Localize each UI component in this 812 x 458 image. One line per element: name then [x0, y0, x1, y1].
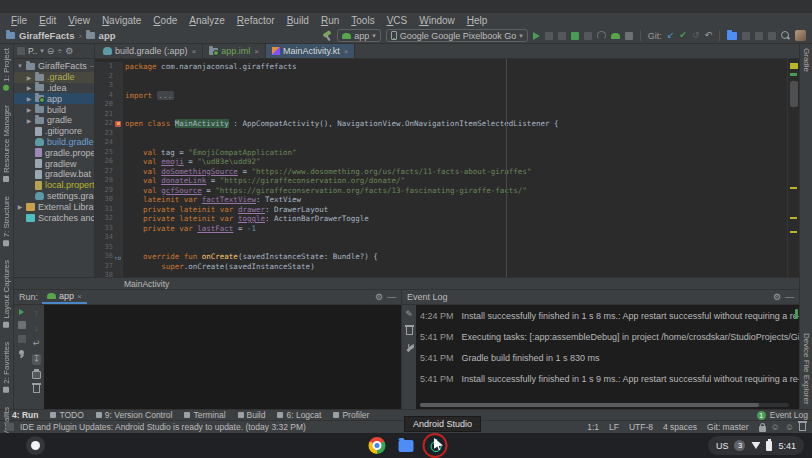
menu-item-help[interactable]: Help	[462, 15, 493, 26]
run-button[interactable]	[533, 32, 540, 40]
avd-manager-icon[interactable]	[755, 32, 763, 40]
tree-item-app[interactable]: ▶app	[14, 93, 94, 104]
feedback-smiley-icon[interactable]: ☺	[771, 423, 780, 432]
log-settings-icon[interactable]	[405, 343, 414, 352]
close-icon[interactable]: ×	[192, 47, 197, 56]
notification-count-badge[interactable]: 3	[734, 440, 745, 451]
tab-MainActivity-kt[interactable]: MainActivity.kt×	[266, 44, 356, 58]
tree-arrow-icon[interactable]: ▶	[26, 84, 32, 91]
event-log-entries[interactable]: 4:24 PMInstall successfully finished in …	[416, 305, 799, 409]
tree-item-local-propertie[interactable]: local.propertie	[14, 180, 94, 191]
git-rollback-icon[interactable]: ↶	[704, 31, 712, 40]
tree-item-gradle-propert[interactable]: gradle.propert	[14, 147, 94, 158]
run-tab-app[interactable]: app ×	[42, 290, 87, 304]
tree-item-settings-gradl[interactable]: settings.gradl	[14, 191, 94, 202]
print-icon[interactable]	[32, 371, 41, 379]
menu-item-vcs[interactable]: VCS	[382, 15, 413, 26]
system-tray[interactable]: US 3 5:41	[708, 436, 804, 455]
tab-build-gradle-app-[interactable]: build.gradle (:app)×	[97, 44, 203, 58]
menu-item-run[interactable]: Run	[316, 15, 344, 26]
chrome-icon[interactable]	[369, 437, 386, 454]
minimize-icon[interactable]: —	[387, 293, 396, 302]
menu-item-build[interactable]: Build	[282, 15, 314, 26]
menu-item-file[interactable]: File	[6, 15, 32, 26]
device-manager-button[interactable]	[611, 33, 620, 39]
menu-item-code[interactable]: Code	[148, 15, 182, 26]
tree-item-gradlew[interactable]: gradlew	[14, 158, 94, 169]
menu-item-navigate[interactable]: Navigate	[97, 15, 146, 26]
run-config-icon[interactable]	[18, 335, 26, 343]
caret-position[interactable]: 1:1	[587, 422, 599, 432]
menu-item-refactor[interactable]: Refactor	[232, 15, 280, 26]
indent-setting[interactable]: 4 spaces	[663, 422, 697, 432]
tree-arrow-icon[interactable]: ▼	[17, 63, 23, 69]
class-gutter-icon[interactable]	[115, 121, 121, 127]
notification-icon[interactable]	[6, 423, 14, 431]
layout-inspector-icon[interactable]	[742, 32, 750, 40]
pin-icon[interactable]	[17, 349, 26, 358]
avatar[interactable]	[795, 30, 806, 41]
menu-item-view[interactable]: View	[63, 15, 95, 26]
tree-item-External-Libraries[interactable]: ▶External Libraries	[14, 201, 94, 212]
breadcrumb-class-name[interactable]: MainActivity	[124, 279, 169, 289]
tree-item-gradle[interactable]: ▶gradle	[14, 115, 94, 126]
soft-wrap-icon[interactable]: ↵	[33, 339, 41, 348]
gear-icon[interactable]: ⚙	[65, 47, 73, 56]
dnd-icon[interactable]	[799, 423, 806, 431]
close-icon[interactable]: ×	[77, 292, 82, 301]
toolwindow-button-6-logcat[interactable]: 6: Logcat	[277, 410, 321, 420]
toolwindow-resource-manager[interactable]: Resource Manager	[2, 105, 11, 182]
collapse-all-icon[interactable]: ⊖	[47, 47, 55, 56]
stop-button[interactable]	[625, 32, 633, 40]
editor-scrollbar[interactable]	[787, 59, 799, 277]
toolwindow-button-9-version-control[interactable]: 9: Version Control	[96, 410, 173, 420]
tree-arrow-icon[interactable]: ▶	[26, 106, 32, 113]
status-message[interactable]: IDE and Plugin Updates: Android Studio i…	[20, 422, 306, 432]
event-log-button[interactable]: 1Event Log	[757, 410, 808, 420]
keyboard-layout-badge[interactable]: US	[716, 441, 729, 451]
breadcrumb-module[interactable]: app	[99, 30, 116, 41]
clear-log-icon[interactable]	[406, 327, 413, 335]
menu-item-edit[interactable]: Edit	[34, 15, 61, 26]
run-console[interactable]	[44, 305, 401, 409]
toolwindow-7-structure[interactable]: 7: Structure	[2, 196, 11, 246]
toolwindow-2-favorites[interactable]: 2: Favorites	[2, 342, 11, 393]
tree-item-GiraffeFacts[interactable]: ▼GiraffeFacts ~/S	[14, 61, 94, 72]
project-view-dropdown[interactable]: P..	[28, 46, 37, 56]
close-icon[interactable]: ×	[254, 47, 259, 56]
git-commit-icon[interactable]: ✔	[679, 31, 687, 40]
tree-arrow-icon[interactable]: ▶	[17, 203, 23, 210]
line-separator[interactable]: LF	[609, 422, 619, 432]
file-encoding[interactable]: UTF-8	[629, 422, 653, 432]
scrollbar-thumb[interactable]	[790, 81, 798, 107]
toolwindow-button-profiler[interactable]: Profiler	[333, 410, 369, 420]
project-structure-icon[interactable]	[727, 32, 737, 40]
code-area[interactable]: 1package com.naranjaconsal.giraffefacts2…	[95, 59, 799, 277]
tree-arrow-icon[interactable]: ▶	[26, 74, 32, 81]
tree-item--gradle[interactable]: ▶.gradle	[14, 72, 94, 83]
git-update-icon[interactable]: ↙	[667, 31, 675, 40]
debug-button[interactable]	[558, 32, 566, 40]
mark-read-icon[interactable]: ✎	[405, 310, 413, 319]
toolwindow-1-project[interactable]: 1: Project	[2, 48, 11, 91]
tree-item-build-gradle[interactable]: build.gradle	[14, 137, 94, 148]
tree-item--idea[interactable]: ▶.idea	[14, 83, 94, 94]
git-branch[interactable]: Git: master	[707, 422, 749, 432]
breadcrumb-project[interactable]: GiraffeFacts	[19, 30, 74, 41]
lock-icon[interactable]	[759, 426, 766, 432]
build-hammer-icon[interactable]	[322, 31, 332, 41]
gear-icon[interactable]: ⚙	[773, 293, 781, 302]
sdk-manager-icon[interactable]	[768, 32, 776, 40]
tree-item-gradlew-bat[interactable]: gradlew.bat	[14, 169, 94, 180]
tab-app-iml[interactable]: app.iml×	[203, 44, 266, 58]
hide-icon[interactable]: ÷	[57, 47, 62, 56]
git-history-icon[interactable]: ↺	[692, 31, 700, 40]
event-log-hscrollbar[interactable]	[420, 403, 789, 407]
gear-icon[interactable]: ⚙	[375, 293, 383, 302]
menu-item-window[interactable]: Window	[414, 15, 460, 26]
device-dropdown[interactable]: Google Google Pixelbook Go ▾	[386, 29, 528, 42]
apply-changes-button[interactable]	[545, 32, 553, 40]
launcher-button[interactable]	[26, 436, 45, 455]
rerun-button[interactable]	[19, 309, 24, 315]
files-app-icon[interactable]	[399, 440, 414, 452]
